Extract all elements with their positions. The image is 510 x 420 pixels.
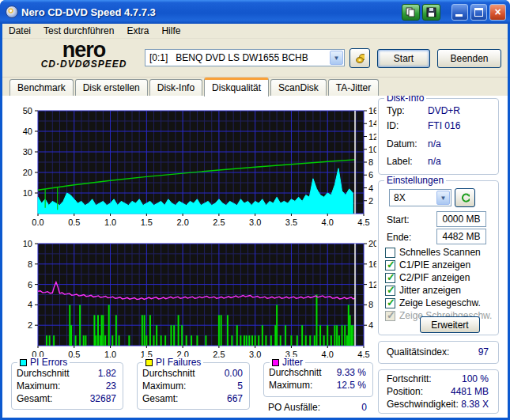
svg-text:4: 4 <box>28 300 32 309</box>
checkbox-zeige-lesegeschw[interactable]: Zeige Lesegeschw. <box>385 297 481 308</box>
svg-text:2.5: 2.5 <box>213 218 225 227</box>
checkbox-icon[interactable] <box>385 260 395 271</box>
svg-text:50: 50 <box>23 106 32 115</box>
copy-icon <box>406 7 416 17</box>
svg-text:4.5: 4.5 <box>357 218 369 227</box>
svg-text:4: 4 <box>368 184 373 193</box>
eject-button[interactable] <box>349 48 370 68</box>
svg-text:2.0: 2.0 <box>176 218 188 227</box>
svg-text:1.0: 1.0 <box>104 218 116 227</box>
logo-text-nero: nero <box>20 40 148 59</box>
title-bar[interactable]: Nero CD-DVD Speed 4.7.7.3 × <box>0 0 510 24</box>
tab-disk-erstellen[interactable]: Disk erstellen <box>75 79 148 96</box>
tab-disk-info[interactable]: Disk-Info <box>149 79 202 96</box>
pi-errors-swatch <box>20 359 27 366</box>
svg-text:10: 10 <box>23 188 32 198</box>
svg-text:2.5: 2.5 <box>213 350 225 359</box>
quality-index-label: Qualitätsindex: <box>387 346 449 358</box>
checkbox-icon[interactable] <box>385 248 395 258</box>
jitter-swatch <box>272 359 279 366</box>
app-icon <box>6 6 18 18</box>
minimize-button[interactable] <box>451 4 468 21</box>
menu-datei[interactable]: Datei <box>2 24 37 38</box>
scan-start-input[interactable] <box>436 211 486 227</box>
svg-text:4.0: 4.0 <box>322 218 334 227</box>
svg-text:0.0: 0.0 <box>32 218 43 227</box>
nero-logo: nero CD·DVDØSPEED <box>20 40 148 70</box>
progress-value: 100 % <box>462 373 489 384</box>
disk-info-value: FTI 016 <box>428 120 460 131</box>
jitter-groupbox: Jitter Durchschnitt9.33 % Maximum:12.5 % <box>263 362 373 397</box>
menu-extra[interactable]: Extra <box>120 24 155 38</box>
disk-info-value: n/a <box>428 138 441 149</box>
speed-select[interactable]: 8X ▼ <box>389 189 451 206</box>
refresh-button[interactable] <box>455 188 475 207</box>
svg-text:12: 12 <box>368 132 376 142</box>
svg-text:1.0: 1.0 <box>104 350 116 359</box>
settings-groupbox: Einstellungen 8X ▼ Start: Ende: Schnelle… <box>378 180 499 335</box>
nero-cd-dvd-speed-window: Nero CD-DVD Speed 4.7.7.3 × Da <box>0 0 510 420</box>
tab-diskqualitaet[interactable]: Diskqualität <box>204 78 269 96</box>
svg-text:2: 2 <box>28 320 32 330</box>
drive-select[interactable]: [0:1] BENQ DVD LS DW1655 BCHB ▼ <box>145 49 345 66</box>
svg-text:0.5: 0.5 <box>68 350 80 359</box>
menu-test-durchfuehren[interactable]: Test durchführen <box>37 24 120 38</box>
minimize-icon <box>455 14 463 17</box>
menu-hilfe[interactable]: Hilfe <box>155 24 187 38</box>
save-button[interactable] <box>422 4 440 21</box>
disk-info-label: Datum: <box>387 138 417 149</box>
quit-button[interactable]: Beenden <box>437 49 501 68</box>
disk-info-groupbox: Disk-Info Typ:DVD+R ID:FTI 016 Datum:n/a… <box>378 98 499 175</box>
scan-start-label: Start: <box>387 214 410 225</box>
tab-ta-jitter[interactable]: TA-Jitter <box>328 79 379 96</box>
quality-index-value: 97 <box>478 346 489 358</box>
stat-value: 12.5 % <box>337 380 366 391</box>
svg-text:3.5: 3.5 <box>285 218 297 227</box>
chevron-down-icon[interactable]: ▼ <box>330 51 343 65</box>
maximize-button[interactable] <box>470 4 487 21</box>
checkbox-c2-pif[interactable]: C2/PIF anzeigen <box>385 272 470 283</box>
chevron-down-icon[interactable]: ▼ <box>436 191 450 205</box>
svg-text:4.5: 4.5 <box>357 350 369 359</box>
svg-text:12: 12 <box>368 280 376 289</box>
window-title: Nero CD-DVD Speed 4.7.7.3 <box>21 6 402 18</box>
checkbox-icon[interactable] <box>385 286 395 296</box>
svg-text:2: 2 <box>368 196 373 206</box>
checkbox-c1-pie[interactable]: C1/PIE anzeigen <box>385 259 470 271</box>
pi-failures-title: PI Failures <box>156 357 201 368</box>
checkbox-icon[interactable] <box>385 298 395 308</box>
stat-label: Maximum: <box>269 380 312 391</box>
checkbox-icon <box>385 311 395 321</box>
pi-failures-jitter-chart: 0.00.51.01.52.02.53.03.54.04.52468104812… <box>6 233 376 362</box>
po-failures-value: 0 <box>361 402 367 413</box>
close-button[interactable]: × <box>489 4 506 21</box>
settings-title: Einstellungen <box>387 175 444 186</box>
jitter-title: Jitter <box>282 357 303 368</box>
stat-value: 9.33 % <box>337 367 366 378</box>
start-button[interactable]: Start <box>377 49 430 68</box>
checkbox-jitter[interactable]: Jitter anzeigen <box>385 285 461 296</box>
svg-text:30: 30 <box>23 147 32 157</box>
progress-label: Position: <box>387 386 423 397</box>
copy-to-clipboard-button[interactable] <box>402 4 420 21</box>
tab-benchmark[interactable]: Benchmark <box>9 79 74 96</box>
eject-icon <box>355 52 365 65</box>
stat-label: Durchschnitt <box>17 368 70 379</box>
disk-info-label: ID: <box>387 120 399 131</box>
disk-info-value: DVD+R <box>428 105 460 116</box>
speed-select-value: 8X <box>390 192 436 203</box>
svg-text:20: 20 <box>23 168 32 177</box>
checkbox-schnelles-scannen[interactable]: Schnelles Scannen <box>385 247 481 258</box>
svg-text:4.0: 4.0 <box>322 350 334 359</box>
svg-text:10: 10 <box>23 239 32 248</box>
svg-text:0.5: 0.5 <box>68 218 80 227</box>
progress-label: Geschwindigkeit: <box>387 399 459 410</box>
tab-scandisk[interactable]: ScanDisk <box>270 79 327 96</box>
svg-text:3.0: 3.0 <box>249 350 261 359</box>
scan-end-input[interactable] <box>436 229 486 244</box>
svg-text:8: 8 <box>368 300 373 309</box>
stat-value: 1.82 <box>98 368 116 379</box>
advanced-button[interactable]: Erweitert <box>420 316 480 333</box>
svg-text:6: 6 <box>28 280 32 289</box>
checkbox-icon[interactable] <box>385 273 395 283</box>
